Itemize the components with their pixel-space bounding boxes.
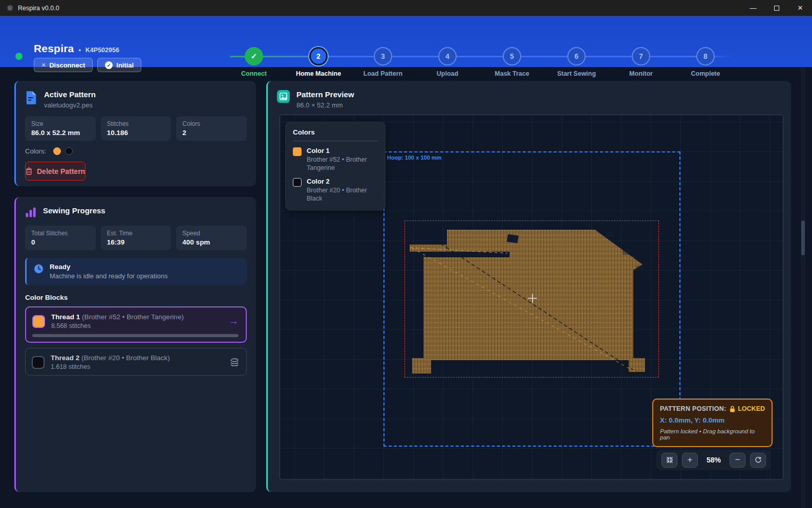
step-label: Load Pattern xyxy=(364,70,402,77)
stat-value: 0 xyxy=(31,238,90,246)
stat-label: Size xyxy=(31,120,90,127)
colors-legend: Colors Color 1 Brother #52 • Brother Tan… xyxy=(285,122,386,210)
bar-chart-icon xyxy=(25,206,36,218)
stat-est-time: Est. Time 16:39 xyxy=(101,226,172,250)
separator: • xyxy=(78,47,80,54)
step-number: 2 xyxy=(309,47,328,65)
thread-1-name: Thread 1 (Brother #52 • Brother Tangerin… xyxy=(51,313,184,321)
stat-label: Est. Time xyxy=(107,230,165,237)
close-button[interactable]: ✕ xyxy=(788,0,812,16)
reset-view-button[interactable] xyxy=(750,453,766,468)
machine-status-banner: Ready Machine is idle and ready for oper… xyxy=(25,258,247,285)
stat-label: Stitches xyxy=(107,120,165,127)
stat-colors: Colors 2 xyxy=(176,116,247,141)
stat-label: Colors xyxy=(182,120,241,127)
maximize-icon xyxy=(774,6,779,11)
layers-icon xyxy=(230,358,239,367)
stat-label: Speed xyxy=(182,230,241,237)
brand-title: Respira xyxy=(34,42,74,55)
check-circle-icon: ✓ xyxy=(105,61,113,69)
legend-item-color2: Color 2 Brother #20 • Brother Black xyxy=(293,178,378,203)
legend-color-name: Color 2 xyxy=(307,178,378,185)
step-connect[interactable]: ✓ Connect xyxy=(222,32,286,77)
lock-icon xyxy=(730,406,735,412)
active-pattern-title: Active Pattern xyxy=(44,90,96,99)
step-upload[interactable]: 4 Upload xyxy=(415,32,480,77)
position-note: Pattern locked • Drag background to pan xyxy=(660,428,765,440)
locked-label: LOCKED xyxy=(738,405,765,412)
delete-pattern-button[interactable]: Delete Pattern xyxy=(25,162,86,181)
image-icon xyxy=(277,90,290,103)
preview-canvas[interactable]: Colors Color 1 Brother #52 • Brother Tan… xyxy=(280,115,783,480)
window-title: Respira v0.0.0 xyxy=(18,5,59,12)
zoom-toolbar: + 58% − xyxy=(656,450,771,470)
close-icon: × xyxy=(41,61,46,69)
workflow-stepper: ✓ Connect 2 Home Machine 3 Load Pattern … xyxy=(222,32,749,83)
step-number: 6 xyxy=(567,47,586,65)
minimize-button[interactable]: — xyxy=(741,0,765,16)
color-swatch-tangerine xyxy=(53,147,61,155)
app-icon xyxy=(6,4,14,12)
step-number: 5 xyxy=(503,47,521,65)
thread-1-stitches: 8.568 stitches xyxy=(51,322,184,329)
step-label: Complete xyxy=(691,70,720,77)
zoom-in-button[interactable]: + xyxy=(682,453,698,468)
stat-size: Size 86.0 x 52.2 mm xyxy=(25,116,96,141)
stat-value: 2 xyxy=(182,129,241,137)
step-start-sewing[interactable]: 6 Start Sewing xyxy=(544,32,609,77)
pattern-dimensions: 86.0 × 52.2 mm xyxy=(296,101,354,109)
delete-pattern-label: Delete Pattern xyxy=(37,167,85,175)
pattern-position-overlay: PATTERN POSITION: LOCKED X: 0.0mm, Y: 0.… xyxy=(652,399,773,447)
scrollbar-thumb[interactable] xyxy=(801,220,805,255)
legend-color-detail: Brother #20 • Brother Black xyxy=(307,187,378,203)
pattern-filename: valetudogv2.pes xyxy=(44,101,96,109)
step-monitor[interactable]: 7 Monitor xyxy=(609,32,673,77)
step-mask-trace[interactable]: 5 Mask Trace xyxy=(480,32,544,77)
zoom-level: 58% xyxy=(702,456,725,464)
thread-1-progress-bar xyxy=(32,334,239,337)
step-number: 4 xyxy=(438,47,457,65)
zoom-out-button[interactable]: − xyxy=(730,453,745,468)
thread-name-bold: Thread 1 xyxy=(51,313,80,321)
stat-speed: Speed 400 spm xyxy=(176,226,247,250)
step-label: Upload xyxy=(437,70,458,77)
maximize-button[interactable] xyxy=(765,0,788,16)
step-home-machine[interactable]: 2 Home Machine xyxy=(286,32,351,77)
status-description: Machine is idle and ready for operations xyxy=(50,272,168,280)
thread-name-bold: Thread 2 xyxy=(51,354,79,362)
step-label: Home Machine xyxy=(296,70,341,77)
color-blocks-heading: Color Blocks xyxy=(16,285,256,301)
header: Respira • K4P502956 × Disconnect ✓ Initi… xyxy=(0,16,812,67)
clock-icon xyxy=(34,264,44,274)
thread-2-stitches: 1.618 stitches xyxy=(51,363,170,370)
thread-1-swatch xyxy=(32,315,45,328)
step-load-pattern[interactable]: 3 Load Pattern xyxy=(351,32,415,77)
stat-value: 400 spm xyxy=(182,238,241,246)
color-swatch-black xyxy=(65,147,73,155)
stat-value: 86.0 x 52.2 mm xyxy=(31,129,90,137)
app-window: Respira v0.0.0 — ✕ Respira • K4P502956 ×… xyxy=(0,0,812,508)
pattern-bounds xyxy=(404,220,659,378)
arrow-right-icon: → xyxy=(229,316,239,327)
step-complete[interactable]: 8 Complete xyxy=(673,32,738,77)
step-label: Monitor xyxy=(629,70,653,77)
thread-1-block[interactable]: Thread 1 (Brother #52 • Brother Tangerin… xyxy=(25,306,247,343)
stat-stitches: Stitches 10.186 xyxy=(101,116,172,141)
hoop-label: Hoop: 100 x 100 mm xyxy=(387,154,441,161)
fit-to-screen-button[interactable] xyxy=(661,453,677,468)
disconnect-button[interactable]: × Disconnect xyxy=(34,58,93,72)
legend-swatch-black xyxy=(293,178,302,187)
step-label: Connect xyxy=(241,70,267,77)
machine-serial: K4P502956 xyxy=(86,47,119,54)
thread-detail: (Brother #20 • Brother Black) xyxy=(81,354,170,362)
vertical-scrollbar[interactable] xyxy=(801,67,805,508)
position-coordinates: X: 0.0mm, Y: 0.0mm xyxy=(660,416,765,424)
step-number: 8 xyxy=(696,47,715,65)
pattern-preview-title: Pattern Preview xyxy=(296,90,354,99)
initial-button[interactable]: ✓ Initial xyxy=(97,58,141,72)
stat-total-stitches: Total Stitches 0 xyxy=(25,226,96,250)
thread-2-block[interactable]: Thread 2 (Brother #20 • Brother Black) 1… xyxy=(25,348,247,376)
legend-swatch-tangerine xyxy=(293,147,302,156)
legend-title: Colors xyxy=(293,128,378,141)
stat-label: Total Stitches xyxy=(31,230,90,237)
